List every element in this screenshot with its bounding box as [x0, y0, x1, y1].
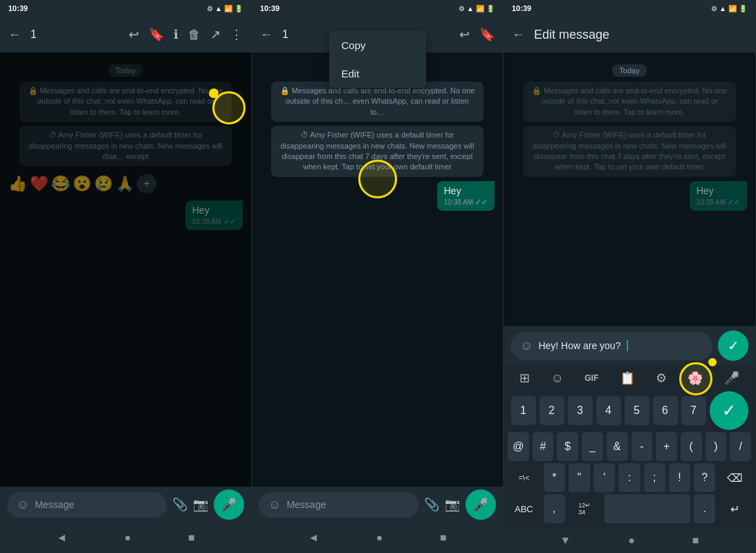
kb-6[interactable]: 6 — [653, 396, 678, 425]
nav-bar-1: ◄ ● ■ — [0, 523, 251, 553]
nav-home-1[interactable]: ● — [125, 532, 131, 544]
date-badge-3: Today — [509, 64, 750, 76]
emoji-input-icon-2[interactable]: ☺ — [268, 498, 281, 512]
kb-underscore[interactable]: _ — [582, 432, 603, 461]
context-menu: Copy Edit — [329, 31, 426, 88]
kb-star[interactable]: * — [544, 463, 565, 492]
toolbar-1: ← 1 ↩ 🔖 ℹ 🗑 ↗ ⋮ — [0, 17, 251, 53]
emoji-input-icon-1[interactable]: ☺ — [17, 498, 29, 512]
keyboard-toolbar: ⊞ ☺ GIF 📋 ⚙ 🌸 🎤 — [504, 365, 755, 391]
message-bubble-2[interactable]: Hey 10:38 AM ✓✓ — [437, 181, 495, 211]
kb-comma[interactable]: , — [544, 494, 565, 523]
kb-1[interactable]: 1 — [511, 396, 536, 425]
message-input-2[interactable]: ☺ Message — [259, 492, 418, 518]
context-copy[interactable]: Copy — [329, 31, 426, 59]
nav-back-3[interactable]: ▼ — [560, 534, 571, 547]
kb-0[interactable]: ✓ — [710, 391, 748, 430]
kb-row-symbols2: =\< * " ' : ; ! ? ⌫ — [508, 463, 751, 492]
battery-icon-3: 🔋 — [739, 5, 747, 12]
camera-icon-1[interactable]: 📷 — [193, 497, 208, 512]
nav-home-2[interactable]: ● — [376, 532, 383, 544]
kb-space[interactable] — [605, 494, 691, 523]
more-icon[interactable]: ⋮ — [230, 27, 243, 42]
kb-plus[interactable]: + — [656, 432, 677, 461]
message-input-1[interactable]: ☺ Message — [7, 492, 167, 518]
kb-settings-icon[interactable]: ⚙ — [653, 368, 670, 388]
kb-enter[interactable]: ↵ — [719, 494, 751, 523]
kb-exclaim[interactable]: ! — [669, 463, 690, 492]
edit-input-container: ☺ Hey! How are you? ✓ — [504, 326, 755, 365]
status-bar-2: 10:39 ⚙ ▲ 📶 🔋 — [252, 0, 503, 17]
reply-icon[interactable]: ↩ — [129, 27, 139, 42]
attach-icon-1[interactable]: 📎 — [172, 497, 187, 512]
emoji-edit-icon[interactable]: ☺ — [520, 339, 533, 353]
nav-recents-2[interactable]: ■ — [440, 532, 447, 544]
nav-home-3[interactable]: ● — [628, 534, 635, 547]
message-bubble-3: Hey 10:38 AM ✓✓ — [690, 181, 747, 211]
attach-icon-2[interactable]: 📎 — [424, 497, 439, 512]
back-button-3[interactable]: ← — [512, 28, 524, 42]
kb-dquote[interactable]: " — [569, 463, 590, 492]
panel-1: 10:39 ⚙ ▲ 📶 🔋 ← 1 ↩ 🔖 ℹ 🗑 ↗ ⋮ Today 🔒 Me… — [0, 0, 252, 553]
sticker-highlight-circle — [679, 362, 712, 395]
kb-lparen[interactable]: ( — [681, 432, 702, 461]
kb-hash[interactable]: # — [533, 432, 554, 461]
status-bar-1: 10:39 ⚙ ▲ 📶 🔋 — [0, 0, 251, 17]
kb-3[interactable]: 3 — [568, 396, 593, 425]
share-icon[interactable]: ↗ — [210, 27, 221, 42]
camera-icon-2[interactable]: 📷 — [445, 497, 460, 512]
kb-equal-backslash[interactable]: =\< — [508, 463, 540, 492]
panel-3: 10:39 ⚙ ▲ 📶 🔋 ← Edit message Today 🔒 Mes… — [504, 0, 756, 553]
kb-question[interactable]: ? — [694, 463, 715, 492]
kb-abc[interactable]: ABC — [508, 494, 540, 523]
kb-amp[interactable]: & — [607, 432, 628, 461]
nav-recents-3[interactable]: ■ — [692, 534, 699, 547]
mic-button-1[interactable]: 🎤 — [214, 489, 244, 520]
kb-gif-icon[interactable]: GIF — [582, 371, 601, 386]
nav-back-2[interactable]: ◄ — [308, 532, 319, 544]
kb-5[interactable]: 5 — [625, 396, 649, 425]
kb-squote[interactable]: ' — [593, 463, 615, 492]
delete-icon[interactable]: 🗑 — [188, 28, 201, 42]
kb-num-switch[interactable]: 12↵34 — [569, 494, 601, 523]
nav-recents-1[interactable]: ■ — [188, 532, 195, 544]
bookmark-icon-2[interactable]: 🔖 — [479, 27, 495, 42]
kb-delete[interactable]: ⌫ — [719, 463, 751, 492]
system-msg-3: 🔒 Messages and calls are end-to-end encr… — [523, 82, 736, 122]
bookmark-icon[interactable]: 🔖 — [149, 27, 164, 42]
back-button-2[interactable]: ← — [260, 28, 273, 42]
info-icon[interactable]: ℹ — [174, 27, 178, 42]
kb-rparen[interactable]: ) — [706, 432, 727, 461]
mic-button-2[interactable]: 🎤 — [465, 489, 496, 520]
signal-icon-2: ⚙ — [459, 5, 465, 12]
kb-mic-icon[interactable]: 🎤 — [721, 368, 742, 388]
nav-back-1[interactable]: ◄ — [56, 532, 67, 544]
kb-4[interactable]: 4 — [596, 396, 621, 425]
kb-colon[interactable]: : — [618, 463, 640, 492]
kb-sticker-icon[interactable]: 🌸 — [685, 368, 706, 388]
kb-semicolon[interactable]: ; — [644, 463, 665, 492]
panel-2: 10:39 ⚙ ▲ 📶 🔋 ← 1 ↩ 🔖 Copy Edit Tod… 🔒 M… — [252, 0, 504, 553]
message-meta-2: 10:38 AM ✓✓ — [444, 198, 488, 207]
reply-icon-2[interactable]: ↩ — [459, 27, 470, 42]
chat-area-3: Today 🔒 Messages and calls are end-to-en… — [504, 53, 755, 326]
status-icons-1: ⚙ ▲ 📶 🔋 — [207, 5, 243, 12]
kb-clipboard-icon[interactable]: 📋 — [617, 368, 638, 388]
cursor — [627, 340, 628, 351]
kb-period[interactable]: . — [694, 494, 715, 523]
message-time-2: 10:38 AM — [444, 198, 473, 206]
kb-at[interactable]: @ — [508, 432, 529, 461]
context-edit[interactable]: Edit — [329, 59, 426, 88]
kb-2[interactable]: 2 — [540, 396, 564, 425]
kb-slash[interactable]: / — [730, 432, 751, 461]
kb-emoji-icon[interactable]: ☺ — [548, 368, 566, 388]
edit-message-input[interactable]: ☺ Hey! How are you? — [510, 332, 712, 360]
kb-grid-icon[interactable]: ⊞ — [517, 368, 533, 388]
kb-7[interactable]: 7 — [681, 396, 706, 425]
bottom-bar-2: ☺ Message 📎 📷 🎤 — [252, 487, 503, 523]
chat-area-2: Tod… 🔒 Messages and calls are end-to-end… — [252, 53, 503, 487]
kb-dollar[interactable]: $ — [557, 432, 578, 461]
kb-minus[interactable]: - — [631, 432, 653, 461]
back-button-1[interactable]: ← — [8, 28, 21, 42]
send-edit-button[interactable]: ✓ — [718, 330, 748, 361]
